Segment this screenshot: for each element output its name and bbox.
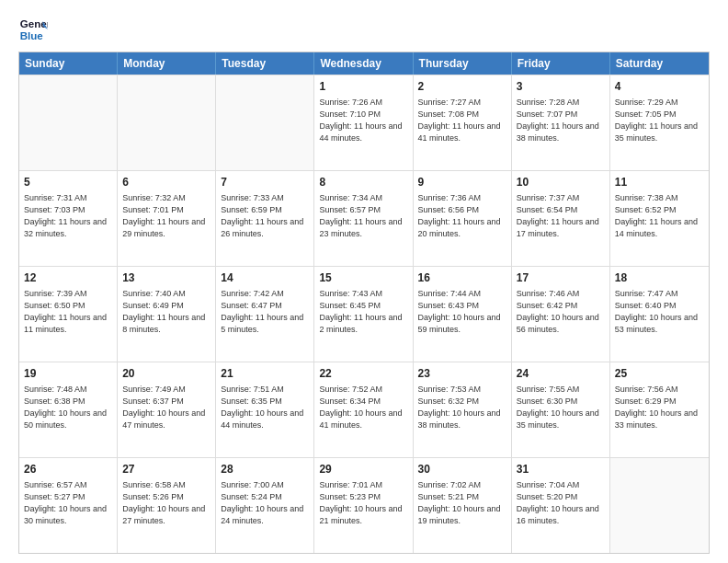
day-number: 30	[418, 462, 506, 477]
cell-info: Sunrise: 7:32 AM Sunset: 7:01 PM Dayligh…	[122, 192, 210, 240]
cell-info: Sunrise: 7:00 AM Sunset: 5:24 PM Dayligh…	[221, 479, 309, 527]
empty-cell	[610, 458, 709, 553]
cell-info: Sunrise: 7:44 AM Sunset: 6:43 PM Dayligh…	[418, 288, 506, 336]
cell-info: Sunrise: 7:47 AM Sunset: 6:40 PM Dayligh…	[615, 288, 704, 336]
day-number: 1	[319, 79, 407, 95]
day-header-tuesday: Tuesday	[216, 52, 314, 75]
day-cell-23: 23Sunrise: 7:53 AM Sunset: 6:32 PM Dayli…	[414, 362, 512, 457]
empty-cell	[216, 75, 314, 170]
calendar-row-1: 1Sunrise: 7:26 AM Sunset: 7:10 PM Daylig…	[19, 75, 709, 170]
day-number: 2	[418, 79, 506, 95]
cell-info: Sunrise: 7:01 AM Sunset: 5:23 PM Dayligh…	[319, 479, 407, 527]
day-header-sunday: Sunday	[19, 52, 118, 75]
day-header-friday: Friday	[512, 52, 610, 75]
day-cell-18: 18Sunrise: 7:47 AM Sunset: 6:40 PM Dayli…	[610, 267, 709, 362]
cell-info: Sunrise: 7:48 AM Sunset: 6:38 PM Dayligh…	[24, 384, 112, 431]
day-cell-20: 20Sunrise: 7:49 AM Sunset: 6:37 PM Dayli…	[118, 362, 216, 457]
day-number: 4	[615, 79, 704, 95]
calendar-row-4: 19Sunrise: 7:48 AM Sunset: 6:38 PM Dayli…	[19, 362, 709, 457]
day-number: 6	[122, 175, 210, 190]
day-number: 13	[122, 270, 210, 286]
day-cell-19: 19Sunrise: 7:48 AM Sunset: 6:38 PM Dayli…	[19, 362, 118, 457]
day-header-thursday: Thursday	[414, 52, 512, 75]
cell-info: Sunrise: 7:49 AM Sunset: 6:37 PM Dayligh…	[122, 384, 210, 431]
day-number: 24	[517, 366, 605, 382]
day-cell-9: 9Sunrise: 7:36 AM Sunset: 6:56 PM Daylig…	[414, 171, 512, 266]
cell-info: Sunrise: 6:57 AM Sunset: 5:27 PM Dayligh…	[24, 479, 112, 527]
day-header-monday: Monday	[118, 52, 216, 75]
cell-info: Sunrise: 7:26 AM Sunset: 7:10 PM Dayligh…	[319, 97, 407, 144]
day-number: 22	[319, 366, 407, 382]
cell-info: Sunrise: 7:43 AM Sunset: 6:45 PM Dayligh…	[319, 288, 407, 336]
cell-info: Sunrise: 7:38 AM Sunset: 6:52 PM Dayligh…	[615, 192, 704, 240]
cell-info: Sunrise: 6:58 AM Sunset: 5:26 PM Dayligh…	[122, 479, 210, 527]
day-cell-30: 30Sunrise: 7:02 AM Sunset: 5:21 PM Dayli…	[414, 458, 512, 553]
day-number: 29	[319, 462, 407, 477]
day-cell-13: 13Sunrise: 7:40 AM Sunset: 6:49 PM Dayli…	[118, 267, 216, 362]
day-number: 26	[24, 462, 112, 477]
cell-info: Sunrise: 7:27 AM Sunset: 7:08 PM Dayligh…	[418, 97, 506, 144]
cell-info: Sunrise: 7:37 AM Sunset: 6:54 PM Dayligh…	[517, 192, 605, 240]
day-number: 14	[221, 270, 309, 286]
day-number: 20	[122, 366, 210, 382]
day-cell-16: 16Sunrise: 7:44 AM Sunset: 6:43 PM Dayli…	[414, 267, 512, 362]
day-number: 27	[122, 462, 210, 477]
day-cell-7: 7Sunrise: 7:33 AM Sunset: 6:59 PM Daylig…	[216, 171, 314, 266]
day-number: 10	[517, 175, 605, 190]
day-number: 3	[517, 79, 605, 95]
cell-info: Sunrise: 7:42 AM Sunset: 6:47 PM Dayligh…	[221, 288, 309, 336]
day-number: 11	[615, 175, 704, 190]
day-cell-10: 10Sunrise: 7:37 AM Sunset: 6:54 PM Dayli…	[512, 171, 610, 266]
day-number: 23	[418, 366, 506, 382]
cell-info: Sunrise: 7:46 AM Sunset: 6:42 PM Dayligh…	[517, 288, 605, 336]
calendar-row-3: 12Sunrise: 7:39 AM Sunset: 6:50 PM Dayli…	[19, 266, 709, 362]
cell-info: Sunrise: 7:52 AM Sunset: 6:34 PM Dayligh…	[319, 384, 407, 431]
day-cell-2: 2Sunrise: 7:27 AM Sunset: 7:08 PM Daylig…	[414, 75, 512, 170]
cell-info: Sunrise: 7:56 AM Sunset: 6:29 PM Dayligh…	[615, 384, 704, 431]
cell-info: Sunrise: 7:55 AM Sunset: 6:30 PM Dayligh…	[517, 384, 605, 431]
day-number: 21	[221, 366, 309, 382]
cell-info: Sunrise: 7:29 AM Sunset: 7:05 PM Dayligh…	[615, 97, 704, 144]
day-cell-12: 12Sunrise: 7:39 AM Sunset: 6:50 PM Dayli…	[19, 267, 118, 362]
day-cell-3: 3Sunrise: 7:28 AM Sunset: 7:07 PM Daylig…	[512, 75, 610, 170]
day-number: 18	[615, 270, 704, 286]
day-cell-24: 24Sunrise: 7:55 AM Sunset: 6:30 PM Dayli…	[512, 362, 610, 457]
day-cell-28: 28Sunrise: 7:00 AM Sunset: 5:24 PM Dayli…	[216, 458, 314, 553]
cell-info: Sunrise: 7:02 AM Sunset: 5:21 PM Dayligh…	[418, 479, 506, 527]
day-cell-21: 21Sunrise: 7:51 AM Sunset: 6:35 PM Dayli…	[216, 362, 314, 457]
day-cell-31: 31Sunrise: 7:04 AM Sunset: 5:20 PM Dayli…	[512, 458, 610, 553]
cell-info: Sunrise: 7:33 AM Sunset: 6:59 PM Dayligh…	[221, 192, 309, 240]
day-cell-15: 15Sunrise: 7:43 AM Sunset: 6:45 PM Dayli…	[314, 267, 413, 362]
cell-info: Sunrise: 7:39 AM Sunset: 6:50 PM Dayligh…	[24, 288, 112, 336]
day-cell-17: 17Sunrise: 7:46 AM Sunset: 6:42 PM Dayli…	[512, 267, 610, 362]
day-cell-27: 27Sunrise: 6:58 AM Sunset: 5:26 PM Dayli…	[118, 458, 216, 553]
page-header: General Blue	[18, 15, 710, 44]
cell-info: Sunrise: 7:28 AM Sunset: 7:07 PM Dayligh…	[517, 97, 605, 144]
calendar-header: SundayMondayTuesdayWednesdayThursdayFrid…	[19, 52, 709, 75]
day-header-saturday: Saturday	[610, 52, 709, 75]
calendar-row-5: 26Sunrise: 6:57 AM Sunset: 5:27 PM Dayli…	[19, 457, 709, 553]
day-cell-11: 11Sunrise: 7:38 AM Sunset: 6:52 PM Dayli…	[610, 171, 709, 266]
day-cell-1: 1Sunrise: 7:26 AM Sunset: 7:10 PM Daylig…	[314, 75, 413, 170]
day-number: 16	[418, 270, 506, 286]
day-number: 28	[221, 462, 309, 477]
day-number: 9	[418, 175, 506, 190]
day-cell-29: 29Sunrise: 7:01 AM Sunset: 5:23 PM Dayli…	[314, 458, 413, 553]
cell-info: Sunrise: 7:40 AM Sunset: 6:49 PM Dayligh…	[122, 288, 210, 336]
day-cell-26: 26Sunrise: 6:57 AM Sunset: 5:27 PM Dayli…	[19, 458, 118, 553]
calendar-body: 1Sunrise: 7:26 AM Sunset: 7:10 PM Daylig…	[19, 75, 709, 553]
day-number: 17	[517, 270, 605, 286]
svg-text:Blue: Blue	[20, 30, 44, 41]
day-number: 31	[517, 462, 605, 477]
day-number: 19	[24, 366, 112, 382]
day-number: 12	[24, 270, 112, 286]
day-number: 5	[24, 175, 112, 190]
empty-cell	[19, 75, 118, 170]
cell-info: Sunrise: 7:51 AM Sunset: 6:35 PM Dayligh…	[221, 384, 309, 431]
day-cell-22: 22Sunrise: 7:52 AM Sunset: 6:34 PM Dayli…	[314, 362, 413, 457]
day-number: 8	[319, 175, 407, 190]
day-cell-14: 14Sunrise: 7:42 AM Sunset: 6:47 PM Dayli…	[216, 267, 314, 362]
calendar: SundayMondayTuesdayWednesdayThursdayFrid…	[18, 52, 710, 554]
day-cell-6: 6Sunrise: 7:32 AM Sunset: 7:01 PM Daylig…	[118, 171, 216, 266]
day-cell-8: 8Sunrise: 7:34 AM Sunset: 6:57 PM Daylig…	[314, 171, 413, 266]
